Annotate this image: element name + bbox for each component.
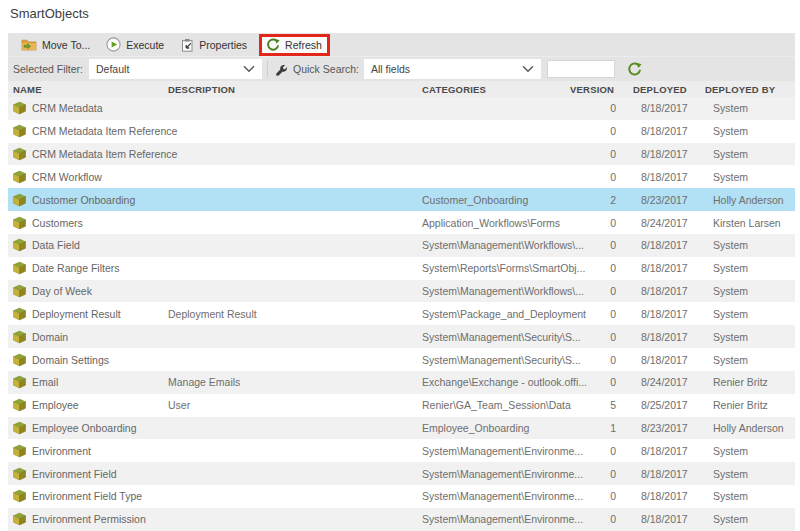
cell-deployed-by: System: [713, 239, 748, 251]
cell-deployed: 8/23/2017: [641, 194, 688, 206]
smartobject-cube-icon: [13, 330, 26, 343]
cell-version: 0: [544, 513, 616, 525]
search-refresh-icon[interactable]: [627, 62, 642, 77]
column-header-categories[interactable]: CATEGORIES: [422, 84, 486, 95]
table-row[interactable]: Environment Field System\Management\Envi…: [8, 462, 795, 485]
execute-button[interactable]: Execute: [106, 37, 164, 52]
smartobject-cube-icon: [13, 125, 26, 138]
table-row[interactable]: Customer Onboarding Customer_Onboarding …: [8, 188, 795, 211]
smartobject-cube-icon: [13, 422, 26, 435]
divider: [267, 61, 268, 77]
cell-version: 0: [544, 125, 616, 137]
table-row[interactable]: CRM Metadata Item Reference 0 8/18/2017 …: [8, 120, 795, 143]
properties-button[interactable]: Properties: [180, 38, 247, 52]
column-header-description[interactable]: DESCRIPTION: [168, 84, 235, 95]
table-row[interactable]: Date Range Filters System\Reports\Forms\…: [8, 257, 795, 280]
table-row[interactable]: Deployment Result Deployment Result Syst…: [8, 302, 795, 325]
cell-version: 0: [544, 331, 616, 343]
cell-version: 0: [544, 171, 616, 183]
cell-deployed-by: System: [713, 354, 748, 366]
cell-version: 0: [544, 308, 616, 320]
cell-deployed-by: Renier Britz: [713, 376, 768, 388]
refresh-button[interactable]: Refresh: [266, 38, 322, 52]
table-row[interactable]: Environment Permission System\Management…: [8, 508, 795, 531]
cell-deployed: 8/24/2017: [641, 376, 688, 388]
cell-version: 0: [544, 148, 616, 160]
cell-deployed-by: System: [713, 513, 748, 525]
cell-name: Domain Settings: [32, 354, 109, 366]
cell-deployed: 8/24/2017: [641, 217, 688, 229]
refresh-icon: [266, 38, 280, 52]
refresh-label: Refresh: [285, 39, 322, 51]
cell-name: Customer Onboarding: [32, 194, 135, 206]
quick-search-field-dropdown[interactable]: All fields: [364, 59, 541, 79]
smartobject-cube-icon: [13, 513, 26, 526]
table-row[interactable]: Environment System\Management\Environme.…: [8, 439, 795, 462]
cell-categories: Application_Workflows\Forms: [422, 217, 560, 229]
table-body: CRM Metadata 0 8/18/2017 System CRM Meta…: [8, 97, 795, 531]
table-row[interactable]: Employee User Renier\GA_Team_Session\Dat…: [8, 394, 795, 417]
cell-deployed: 8/18/2017: [641, 148, 688, 160]
cell-categories: Customer_Onboarding: [422, 194, 528, 206]
smartobject-cube-icon: [13, 490, 26, 503]
table-row[interactable]: Day of Week System\Management\Workflows\…: [8, 280, 795, 303]
cell-deployed: 8/18/2017: [641, 490, 688, 502]
properties-label: Properties: [199, 39, 247, 51]
table-row[interactable]: Environment Field Type System\Management…: [8, 485, 795, 508]
column-header-deployed[interactable]: DEPLOYED: [633, 84, 687, 95]
column-header-deployed-by[interactable]: DEPLOYED BY: [705, 84, 775, 95]
cell-version: 0: [544, 376, 616, 388]
smartobject-cube-icon: [13, 467, 26, 480]
cell-version: 1: [544, 422, 616, 434]
column-header-version[interactable]: VERSION: [570, 84, 614, 95]
cell-deployed-by: System: [713, 285, 748, 297]
table-row[interactable]: Domain System\Management\Security\S... 0…: [8, 325, 795, 348]
cell-name: CRM Metadata Item Reference: [32, 125, 177, 137]
table-row[interactable]: CRM Metadata 0 8/18/2017 System: [8, 97, 795, 120]
cell-deployed: 8/18/2017: [641, 171, 688, 183]
cell-name: Environment Permission: [32, 513, 146, 525]
table-row[interactable]: Employee Onboarding Employee_Onboarding …: [8, 417, 795, 440]
cell-name: Email: [32, 376, 58, 388]
cell-name: Date Range Filters: [32, 262, 120, 274]
cell-version: 0: [544, 354, 616, 366]
cell-description: Manage Emails: [168, 376, 240, 388]
table-row[interactable]: Domain Settings System\Management\Securi…: [8, 348, 795, 371]
wrench-icon[interactable]: [275, 63, 288, 76]
search-input[interactable]: [547, 60, 615, 78]
smartobject-cube-icon: [13, 444, 26, 457]
cell-deployed: 8/18/2017: [641, 468, 688, 480]
cell-name: Environment Field: [32, 468, 117, 480]
cell-deployed: 8/18/2017: [641, 354, 688, 366]
cell-version: 0: [544, 239, 616, 251]
table-row[interactable]: Customers Application_Workflows\Forms 0 …: [8, 211, 795, 234]
smartobject-cube-icon: [13, 170, 26, 183]
cell-deployed: 8/18/2017: [641, 102, 688, 114]
cell-name: Employee: [32, 399, 79, 411]
cell-name: Deployment Result: [32, 308, 121, 320]
cell-name: Data Field: [32, 239, 80, 251]
table-row[interactable]: Email Manage Emails Exchange\Exchange - …: [8, 371, 795, 394]
properties-clipboard-icon: [180, 38, 194, 52]
smartobject-cube-icon: [13, 193, 26, 206]
cell-deployed: 8/18/2017: [641, 125, 688, 137]
cell-version: 0: [544, 285, 616, 297]
cell-version: 0: [544, 445, 616, 457]
table-row[interactable]: CRM Workflow 0 8/18/2017 System: [8, 165, 795, 188]
cell-deployed-by: System: [713, 445, 748, 457]
cell-deployed: 8/18/2017: [641, 513, 688, 525]
cell-version: 5: [544, 399, 616, 411]
cell-deployed-by: Holly Anderson: [713, 194, 784, 206]
cell-version: 0: [544, 468, 616, 480]
selected-filter-dropdown[interactable]: Default: [89, 59, 262, 79]
move-to-button[interactable]: Move To...: [21, 38, 90, 51]
cell-name: Domain: [32, 331, 68, 343]
cell-name: CRM Workflow: [32, 171, 102, 183]
column-header-name[interactable]: NAME: [13, 84, 42, 95]
smartobject-cube-icon: [13, 239, 26, 252]
cell-deployed-by: System: [713, 331, 748, 343]
table-row[interactable]: Data Field System\Management\Workflows\.…: [8, 234, 795, 257]
cell-name: Customers: [32, 217, 83, 229]
table-row[interactable]: CRM Metadata Item Reference 0 8/18/2017 …: [8, 143, 795, 166]
cell-version: 2: [544, 194, 616, 206]
